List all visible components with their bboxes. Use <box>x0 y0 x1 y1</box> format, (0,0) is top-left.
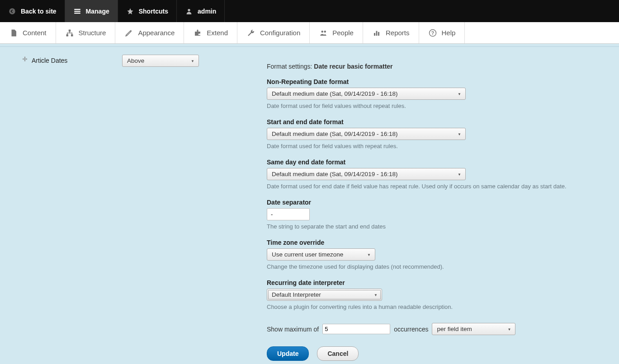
admin-structure-label: Structure <box>79 29 106 37</box>
svg-point-8 <box>321 30 324 33</box>
interpreter-select[interactable]: Default Interpreter <box>267 289 382 301</box>
non-repeating-select[interactable]: Default medium date (Sat, 09/14/2019 - 1… <box>267 88 466 100</box>
per-select[interactable]: per field item <box>432 323 515 335</box>
svg-rect-1 <box>74 9 80 9</box>
svg-text:?: ? <box>431 30 434 35</box>
label-position-select[interactable]: Above <box>122 55 199 67</box>
admin-content[interactable]: Content <box>0 22 56 43</box>
format-settings-heading: Format settings: Date recur basic format… <box>267 63 605 70</box>
appearance-icon <box>124 28 133 37</box>
separator-desc: The string to separate the start and end… <box>267 223 605 230</box>
svg-rect-5 <box>68 29 71 32</box>
admin-reports[interactable]: Reports <box>363 22 419 43</box>
field-row: Article Dates Above Format settings: Dat… <box>0 47 619 364</box>
same-day-desc: Date format used for end date if field v… <box>267 183 605 190</box>
admin-configuration[interactable]: Configuration <box>237 22 310 43</box>
admin-appearance-label: Appearance <box>138 29 175 37</box>
svg-rect-2 <box>74 10 80 11</box>
timezone-desc: Change the timezone used for displaying … <box>267 263 605 270</box>
start-end-select[interactable]: Default medium date (Sat, 09/14/2019 - 1… <box>267 128 466 140</box>
toolbar-top: Back to site Manage Shortcuts admin <box>0 0 619 22</box>
svg-rect-10 <box>374 33 375 36</box>
non-repeating-format-item: Non-Repeating Date format Default medium… <box>267 78 605 109</box>
back-to-site-link[interactable]: Back to site <box>0 0 65 22</box>
star-icon <box>126 7 134 15</box>
timezone-select[interactable]: Use current user timezone <box>267 248 375 261</box>
start-end-desc: Date format used for field values with r… <box>267 143 605 149</box>
show-max-prefix: Show maximum of <box>267 326 319 333</box>
start-end-label: Start and end date format <box>267 118 605 126</box>
svg-rect-11 <box>376 31 377 36</box>
show-max-row: Show maximum of occurrences per field it… <box>267 323 605 335</box>
field-name-label: Article Dates <box>32 51 122 64</box>
hamburger-icon <box>73 7 81 15</box>
interpreter-desc: Choose a plugin for converting rules int… <box>267 303 605 310</box>
admin-extend[interactable]: Extend <box>184 22 237 43</box>
admin-help-label: Help <box>442 29 456 37</box>
cancel-button[interactable]: Cancel <box>317 346 359 361</box>
show-max-input[interactable] <box>322 324 390 334</box>
svg-point-4 <box>188 9 190 11</box>
user-label: admin <box>198 8 216 15</box>
interpreter-label: Recurring date interpreter <box>267 279 605 286</box>
shortcuts-link[interactable]: Shortcuts <box>118 0 177 22</box>
admin-structure[interactable]: Structure <box>56 22 116 43</box>
interpreter-item: Recurring date interpreter Default Inter… <box>267 279 605 310</box>
admin-people-label: People <box>332 29 354 37</box>
same-day-format-item: Same day end date format Default medium … <box>267 159 605 190</box>
format-settings-prefix: Format settings: <box>267 63 314 70</box>
admin-menu: Content Structure Appearance Extend Conf… <box>0 22 619 44</box>
svg-rect-6 <box>66 34 68 37</box>
back-icon <box>8 7 16 15</box>
svg-rect-3 <box>74 13 80 14</box>
format-settings-name: Date recur basic formatter <box>314 63 392 70</box>
user-icon <box>185 7 193 15</box>
show-max-mid: occurrences <box>394 326 428 333</box>
field-display-region: Article Dates Above Format settings: Dat… <box>0 44 619 364</box>
start-end-format-item: Start and end date format Default medium… <box>267 118 605 149</box>
separator-item: Date separator The string to separate th… <box>267 199 605 230</box>
shortcuts-label: Shortcuts <box>139 8 168 15</box>
formatter-settings: Format settings: Date recur basic format… <box>267 51 619 361</box>
admin-reports-label: Reports <box>386 29 410 37</box>
same-day-label: Same day end date format <box>267 159 605 166</box>
manage-label: Manage <box>86 8 109 15</box>
admin-extend-label: Extend <box>207 29 228 37</box>
update-button[interactable]: Update <box>267 346 309 361</box>
back-label: Back to site <box>21 8 57 15</box>
help-icon: ? <box>428 28 437 37</box>
label-position-select-wrap: Above <box>122 55 199 67</box>
reports-icon <box>372 28 381 37</box>
svg-rect-7 <box>71 34 73 37</box>
admin-content-label: Content <box>23 29 47 37</box>
timezone-label: Time zone override <box>267 239 605 246</box>
same-day-select[interactable]: Default medium date (Sat, 09/14/2019 - 1… <box>267 168 466 180</box>
extend-icon <box>193 28 202 37</box>
admin-people[interactable]: People <box>310 22 363 43</box>
form-actions: Update Cancel <box>267 346 605 361</box>
separator-input[interactable] <box>267 208 310 220</box>
people-icon <box>319 28 328 37</box>
admin-help[interactable]: ? Help <box>419 22 465 43</box>
user-link[interactable]: admin <box>177 0 225 22</box>
wrench-icon <box>246 28 255 37</box>
content-icon <box>9 28 18 37</box>
manage-toggle[interactable]: Manage <box>65 0 118 22</box>
non-repeating-label: Non-Repeating Date format <box>267 78 605 85</box>
svg-rect-12 <box>378 32 379 35</box>
drag-handle-icon[interactable] <box>18 51 32 65</box>
separator-label: Date separator <box>267 199 605 206</box>
svg-point-9 <box>324 30 326 33</box>
timezone-item: Time zone override Use current user time… <box>267 239 605 270</box>
admin-configuration-label: Configuration <box>260 29 300 37</box>
non-repeating-desc: Date format used for field values withou… <box>267 103 605 109</box>
svg-point-0 <box>9 8 15 14</box>
admin-appearance[interactable]: Appearance <box>115 22 184 43</box>
structure-icon <box>65 28 74 37</box>
